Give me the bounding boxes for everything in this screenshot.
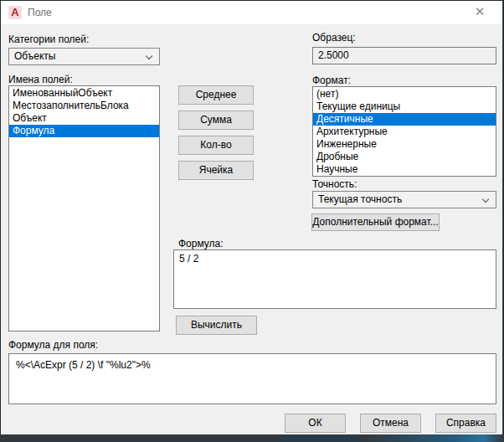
list-item[interactable]: ИменованныйОбъект bbox=[9, 87, 159, 100]
list-item[interactable]: Объект bbox=[9, 112, 159, 125]
background-app-strip bbox=[0, 434, 504, 442]
field-dialog: A Поле ✕ Категории полей: Объекты Имена … bbox=[1, 1, 503, 434]
list-item[interactable]: Формула bbox=[9, 125, 159, 137]
list-item[interactable]: Дробные bbox=[313, 151, 496, 163]
sample-label: Образец: bbox=[312, 32, 356, 44]
sample-value: 2.5000 bbox=[318, 49, 349, 61]
list-item[interactable]: Инженерные bbox=[313, 138, 496, 151]
format-label: Формат: bbox=[312, 75, 351, 86]
list-item[interactable]: МестозаполнительБлока bbox=[9, 100, 159, 112]
list-item[interactable]: Текущие единицы bbox=[313, 100, 496, 113]
field-expression-label: Формула для поля: bbox=[8, 339, 98, 351]
evaluate-button[interactable]: Вычислить bbox=[176, 316, 257, 335]
precision-label: Точность: bbox=[312, 178, 357, 190]
cancel-button[interactable]: Отмена bbox=[360, 414, 421, 433]
format-list[interactable]: (нет)Текущие единицыДесятичныеАрхитектур… bbox=[312, 86, 496, 177]
field-expression-box: %<\AcExpr (5 / 2) \f "%lu2">% bbox=[8, 353, 496, 404]
average-button[interactable]: Среднее bbox=[178, 85, 254, 105]
close-icon[interactable]: ✕ bbox=[462, 1, 497, 24]
additional-format-button[interactable]: Дополнительный формат... bbox=[311, 213, 440, 231]
field-categories-label: Категории полей: bbox=[8, 33, 89, 45]
formula-input[interactable]: 5 / 2 bbox=[173, 249, 496, 309]
sum-button[interactable]: Сумма bbox=[178, 110, 254, 130]
help-button[interactable]: Справка bbox=[435, 414, 496, 433]
field-category-value: Объекты bbox=[14, 50, 56, 62]
ok-button[interactable]: ОК bbox=[285, 414, 346, 433]
formula-label: Формула: bbox=[178, 238, 224, 249]
autocad-logo-icon: A bbox=[8, 6, 22, 19]
chevron-down-icon bbox=[482, 196, 489, 203]
list-item[interactable]: Научные bbox=[313, 163, 496, 176]
precision-dropdown[interactable]: Текущая точность bbox=[312, 191, 496, 208]
list-item[interactable]: (нет) bbox=[313, 88, 496, 100]
chevron-down-icon bbox=[146, 53, 152, 59]
field-names-label: Имена полей: bbox=[8, 74, 73, 85]
field-names-list[interactable]: ИменованныйОбъектМестозаполнительБлокаОб… bbox=[8, 85, 160, 332]
precision-value: Текущая точность bbox=[318, 193, 402, 205]
sample-value-field: 2.5000 bbox=[312, 47, 496, 64]
field-category-dropdown[interactable]: Объекты bbox=[8, 48, 160, 65]
list-item[interactable]: Архитектурные bbox=[313, 126, 496, 138]
title-bar: A Поле ✕ bbox=[1, 1, 502, 24]
cell-button[interactable]: Ячейка bbox=[178, 161, 254, 180]
count-button[interactable]: Кол-во bbox=[178, 136, 254, 155]
dialog-title: Поле bbox=[28, 1, 52, 24]
list-item[interactable]: Десятичные bbox=[313, 113, 496, 126]
